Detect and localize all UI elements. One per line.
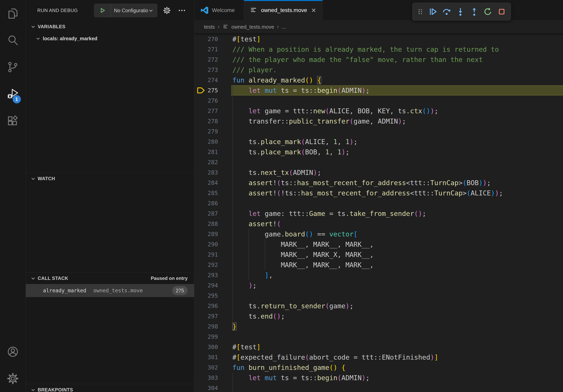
code-line-content[interactable] [231, 332, 563, 342]
gutter-line-288[interactable]: 288 [194, 219, 231, 229]
call-stack-section-header[interactable]: CALL STACK Paused on entry [26, 273, 194, 284]
code-line-content[interactable]: ts.return_to_sender(game); [231, 301, 563, 311]
code-line-content[interactable]: let mut ts = ts::begin(ADMIN); [231, 373, 563, 383]
activity-item-search[interactable] [0, 27, 26, 54]
code-line-289[interactable]: 289 game.board() == vector[ [194, 229, 563, 239]
start-debugging-button[interactable] [94, 3, 111, 17]
gutter-line-275[interactable]: 275 [194, 85, 231, 95]
code-line-285[interactable]: 285 assert!(!ts::has_most_recent_for_add… [194, 188, 563, 198]
code-line-299[interactable]: 299 [194, 332, 563, 342]
views-more-actions-button[interactable] [176, 5, 187, 16]
watch-section-header[interactable]: WATCH [26, 173, 194, 184]
code-line-content[interactable]: MARK__, MARK__, MARK__, [231, 260, 563, 270]
gutter-line-282[interactable]: 282 [194, 157, 231, 167]
activity-item-account[interactable] [0, 338, 26, 365]
code-line-275[interactable]: 275 let mut ts = ts::begin(ADMIN); [194, 85, 563, 95]
code-line-content[interactable]: fun already_marked() { [231, 75, 563, 85]
code-line-content[interactable]: MARK__, MARK__, MARK__, [231, 239, 563, 249]
code-line-304[interactable]: 304 [194, 383, 563, 392]
breadcrumb-folder[interactable]: tests [204, 24, 215, 30]
code-line-content[interactable]: /// the player who made the "false" move… [231, 54, 563, 65]
code-line-301[interactable]: 301#[expected_failure(abort_code = ttt::… [194, 352, 563, 362]
code-line-284[interactable]: 284 assert!(ts::has_most_recent_for_addr… [194, 178, 563, 188]
code-line-298[interactable]: 298} [194, 321, 563, 332]
code-line-278[interactable]: 278 transfer::public_transfer(game, ADMI… [194, 116, 563, 126]
code-line-content[interactable]: #[expected_failure(abort_code = ttt::ENo… [231, 352, 563, 362]
code-line-content[interactable] [231, 157, 563, 167]
gutter-line-283[interactable]: 283 [194, 167, 231, 178]
gutter-line-273[interactable]: 273 [194, 65, 231, 75]
gutter-line-292[interactable]: 292 [194, 260, 231, 270]
code-line-271[interactable]: 271/// When a position is already marked… [194, 44, 563, 54]
gutter-line-280[interactable]: 280 [194, 137, 231, 147]
gutter-line-300[interactable]: 300 [194, 342, 231, 352]
gutter-line-272[interactable]: 272 [194, 54, 231, 65]
code-line-300[interactable]: 300#[test] [194, 342, 563, 352]
code-line-287[interactable]: 287 let game: ttt::Game = ts.take_from_s… [194, 209, 563, 219]
continue-button[interactable] [427, 5, 438, 18]
gutter-line-290[interactable]: 290 [194, 239, 231, 249]
gutter-line-277[interactable]: 277 [194, 106, 231, 116]
code-line-content[interactable]: /// When a position is already marked, t… [231, 44, 563, 54]
gutter-line-281[interactable]: 281 [194, 147, 231, 157]
breadcrumb-file[interactable]: owned_tests.move [231, 24, 274, 30]
code-line-content[interactable]: #[test] [231, 34, 563, 44]
code-line-270[interactable]: 270#[test] [194, 34, 563, 44]
gutter-line-301[interactable]: 301 [194, 352, 231, 362]
gutter-line-291[interactable]: 291 [194, 249, 231, 260]
code-line-282[interactable]: 282 [194, 157, 563, 167]
code-line-281[interactable]: 281 ts.place_mark(BOB, 1, 1); [194, 147, 563, 157]
gutter-line-278[interactable]: 278 [194, 116, 231, 126]
code-line-292[interactable]: 292 MARK__, MARK__, MARK__, [194, 260, 563, 270]
code-line-content[interactable] [231, 198, 563, 209]
code-line-283[interactable]: 283 ts.next_tx(ADMIN); [194, 167, 563, 178]
gutter-line-296[interactable]: 296 [194, 301, 231, 311]
code-line-content[interactable]: ts.next_tx(ADMIN); [231, 167, 563, 178]
code-line-content[interactable]: MARK__, MARK_X, MARK__, [231, 249, 563, 260]
code-line-content[interactable]: ts.place_mark(BOB, 1, 1); [231, 147, 563, 157]
code-line-content[interactable]: game.board() == vector[ [231, 229, 563, 239]
gutter-line-274[interactable]: 274 [194, 75, 231, 85]
code-line-295[interactable]: 295 [194, 290, 563, 301]
activity-item-run-and-debug[interactable]: 1 [0, 80, 26, 107]
code-line-276[interactable]: 276 [194, 95, 563, 106]
debug-configuration-dropdown[interactable]: No Configurations [94, 3, 157, 17]
gutter-line-287[interactable]: 287 [194, 209, 231, 219]
code-line-288[interactable]: 288 assert!( [194, 219, 563, 229]
code-line-content[interactable] [231, 95, 563, 106]
code-line-290[interactable]: 290 MARK__, MARK__, MARK__, [194, 239, 563, 249]
gutter-line-299[interactable]: 299 [194, 332, 231, 342]
code-line-273[interactable]: 273/// player. [194, 65, 563, 75]
close-icon[interactable] [310, 7, 317, 14]
code-line-302[interactable]: 302fun burn_unfinished_game() { [194, 362, 563, 373]
gutter-line-270[interactable]: 270 [194, 34, 231, 44]
code-line-291[interactable]: 291 MARK__, MARK_X, MARK__, [194, 249, 563, 260]
tab-welcome[interactable]: Welcome [194, 0, 244, 21]
code-line-303[interactable]: 303 let mut ts = ts::begin(ADMIN); [194, 373, 563, 383]
code-line-content[interactable]: assert!(ts::has_most_recent_for_address<… [231, 178, 563, 188]
code-line-content[interactable]: } [231, 321, 563, 332]
code-line-content[interactable]: let mut ts = ts::begin(ADMIN); [231, 85, 563, 95]
code-line-293[interactable]: 293 ], [194, 270, 563, 280]
code-editor[interactable]: 270#[test]271/// When a position is alre… [194, 33, 563, 392]
gutter-line-285[interactable]: 285 [194, 188, 231, 198]
code-line-content[interactable]: ts.end(); [231, 311, 563, 321]
call-stack-frame-row[interactable]: already_marked owned_tests.move 275 [26, 284, 194, 297]
code-line-294[interactable]: 294 ); [194, 280, 563, 290]
step-into-button[interactable] [455, 5, 466, 18]
toolbar-drag-handle[interactable] [416, 5, 425, 18]
gutter-line-284[interactable]: 284 [194, 178, 231, 188]
code-line-content[interactable] [231, 383, 563, 392]
code-line-280[interactable]: 280 ts.place_mark(ALICE, 1, 1); [194, 137, 563, 147]
gutter-line-293[interactable]: 293 [194, 270, 231, 280]
code-line-296[interactable]: 296 ts.return_to_sender(game); [194, 301, 563, 311]
gutter-line-294[interactable]: 294 [194, 280, 231, 290]
code-line-content[interactable]: ); [231, 280, 563, 290]
code-line-277[interactable]: 277 let game = ttt::new(ALICE, BOB, KEY,… [194, 106, 563, 116]
code-line-content[interactable]: let game: ttt::Game = ts.take_from_sende… [231, 209, 563, 219]
code-line-297[interactable]: 297 ts.end(); [194, 311, 563, 321]
activity-item-explorer[interactable] [0, 0, 26, 27]
code-line-272[interactable]: 272/// the player who made the "false" m… [194, 54, 563, 65]
gutter-line-297[interactable]: 297 [194, 311, 231, 321]
code-line-279[interactable]: 279 [194, 126, 563, 137]
